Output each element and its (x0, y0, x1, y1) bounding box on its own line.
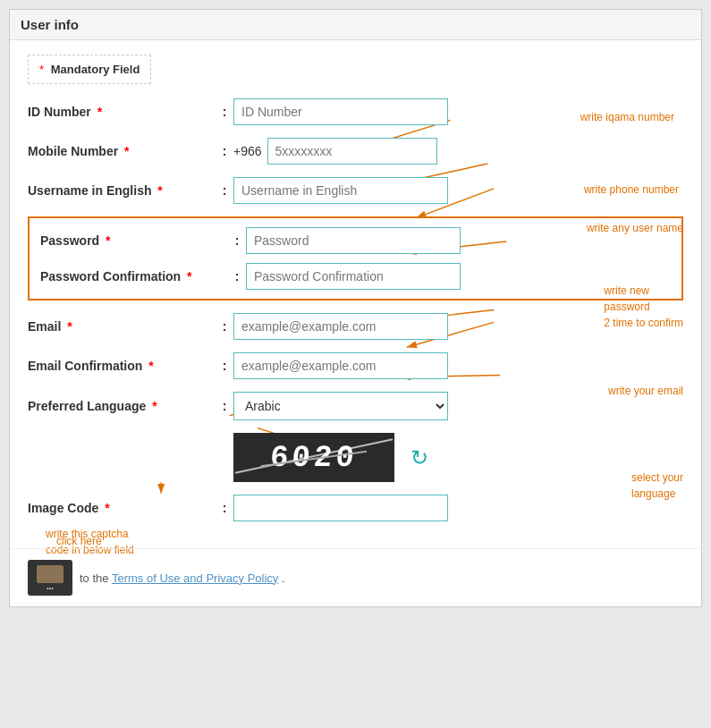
id-number-label: ID Number * (28, 105, 216, 119)
password-row: Password * : (40, 227, 671, 254)
footer-area: click here ••• to the Terms of Use and P… (10, 548, 701, 606)
mandatory-label: Mandatory Field (51, 63, 140, 76)
captcha-image: 6020 (233, 433, 394, 482)
mobile-prefix: +966 (233, 144, 262, 158)
email-confirmation-input[interactable] (233, 352, 448, 379)
email-confirmation-label: Email Confirmation * (28, 359, 216, 373)
password-input[interactable] (246, 227, 461, 254)
email-label: Email * (28, 319, 216, 334)
image-code-label: Image Code * (28, 501, 216, 515)
password-confirmation-row: Password Confirmation * : (40, 263, 671, 290)
image-code-input[interactable] (233, 495, 448, 521)
mobile-input[interactable] (267, 138, 437, 165)
email-row: Email * : (28, 313, 683, 340)
language-label: Preferred Language * (28, 399, 216, 413)
captcha-text: 6020 (269, 441, 360, 475)
username-input[interactable] (233, 177, 448, 204)
captcha-section: 6020 ↻ (28, 433, 683, 482)
footer-logo: ••• (28, 560, 72, 596)
id-number-input[interactable] (233, 98, 448, 125)
footer-text: to the Terms of Use and Privacy Policy . (80, 571, 285, 585)
mobile-number-label: Mobile Number * (28, 144, 216, 158)
mobile-number-row: Mobile Number * : +966 (28, 138, 683, 165)
language-select[interactable]: Arabic English (233, 392, 448, 420)
id-number-row: ID Number * : (28, 98, 683, 125)
mobile-input-group: +966 (233, 138, 683, 165)
username-row: Username in English * : (28, 177, 683, 204)
form-wrapper: write iqama number write phone number wr… (28, 98, 683, 521)
panel-title-text: User info (21, 17, 79, 32)
click-here-hint: click here (56, 535, 102, 547)
panel-title: User info (10, 10, 701, 40)
mandatory-field-notice: * Mandatory Field (28, 55, 151, 84)
username-label: Username in English * (28, 183, 216, 198)
refresh-captcha-button[interactable]: ↻ (405, 444, 434, 472)
language-row: Preferred Language * : Arabic English (28, 392, 683, 420)
email-confirmation-row: Email Confirmation * : (28, 352, 683, 379)
image-code-row: Image Code * : (28, 495, 683, 521)
password-label: Password * (40, 233, 228, 248)
user-info-panel: User info * Mandatory Field (9, 9, 702, 607)
password-group: Password * : Password Confirmation * : (28, 216, 683, 301)
password-confirmation-input[interactable] (246, 263, 461, 290)
password-confirmation-label: Password Confirmation * (40, 269, 228, 284)
terms-link[interactable]: Terms of Use and Privacy Policy (112, 571, 278, 585)
email-input[interactable] (233, 313, 448, 340)
mandatory-star: * (39, 63, 44, 76)
